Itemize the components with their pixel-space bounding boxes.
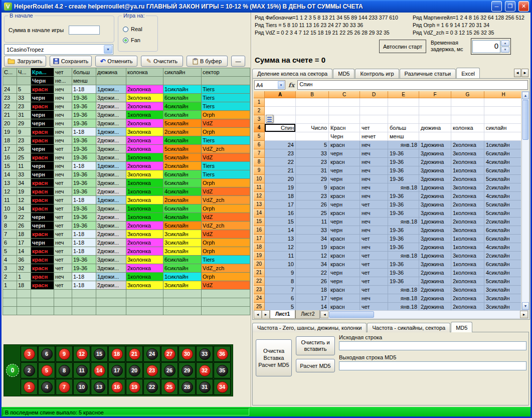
excel-cell[interactable]: [388, 107, 419, 115]
excel-cell[interactable]: 5сиклайн: [484, 209, 521, 218]
excel-cell[interactable]: 19-36: [388, 192, 419, 200]
excel-cell[interactable]: 6сиклайн: [484, 226, 521, 235]
excel-row-header[interactable]: 17: [254, 235, 265, 243]
excel-cell[interactable]: красн: [329, 183, 360, 192]
excel-cell[interactable]: 17: [296, 294, 329, 303]
excel-column-header[interactable]: F: [419, 91, 451, 98]
save-button[interactable]: Сохранить: [50, 56, 92, 67]
excel-column-header[interactable]: D: [360, 91, 388, 98]
excel-row-header[interactable]: 6: [254, 141, 265, 149]
excel-cell[interactable]: неч: [360, 294, 388, 303]
excel-cell[interactable]: [265, 107, 296, 115]
excel-cell[interactable]: 2дюжина: [419, 158, 451, 166]
board-number-cell[interactable]: 4: [38, 379, 55, 395]
excel-cell[interactable]: [265, 132, 296, 141]
excel-cell[interactable]: 2дюжина: [419, 243, 451, 252]
excel-cell[interactable]: 34: [296, 235, 329, 243]
excel-cell[interactable]: 19: [265, 183, 296, 192]
board-number-cell[interactable]: 13: [91, 379, 108, 395]
excel-cell[interactable]: Число: [296, 124, 329, 132]
board-number-cell[interactable]: 12: [73, 346, 90, 362]
namebox-dropdown-icon[interactable]: ▼: [278, 81, 284, 89]
excel-cell[interactable]: черн: [329, 175, 360, 183]
excel-cell[interactable]: 3дюжина: [419, 260, 451, 269]
excel-cell[interactable]: неч: [360, 141, 388, 149]
excel-cell[interactable]: 3дюжина: [419, 226, 451, 235]
excel-cell[interactable]: неч: [360, 209, 388, 218]
excel-cell[interactable]: красн: [329, 260, 360, 269]
excel-cell[interactable]: неч: [360, 175, 388, 183]
board-number-cell[interactable]: 3: [21, 346, 38, 362]
excel-cell[interactable]: чет: [360, 260, 388, 269]
excel-cell[interactable]: 2дюжина: [419, 192, 451, 200]
excel-cell[interactable]: чет: [360, 200, 388, 209]
excel-cell[interactable]: 16: [265, 209, 296, 218]
excel-cell[interactable]: 5сиклайн: [484, 277, 521, 286]
excel-cell[interactable]: 3сиклайн: [484, 286, 521, 294]
excel-column-header[interactable]: E: [388, 91, 419, 98]
excel-cell[interactable]: 19-36: [388, 269, 419, 277]
excel-cell[interactable]: 19-36: [388, 277, 419, 286]
casino-select[interactable]: 1CasinoTropez ▼: [4, 44, 113, 55]
excel-cell[interactable]: [419, 115, 451, 124]
excel-cell[interactable]: черн: [329, 200, 360, 209]
excel-cell[interactable]: 6сиклайн: [484, 166, 521, 175]
bottom-tab-2[interactable]: MD5: [451, 322, 472, 332]
sheet-tab-2[interactable]: Лист2: [295, 310, 320, 319]
excel-cell[interactable]: 2колонка: [451, 192, 484, 200]
excel-row-header[interactable]: 4: [254, 124, 265, 132]
hscroll-right-icon[interactable]: ►: [520, 311, 528, 318]
excel-cell[interactable]: 3дюжина: [419, 166, 451, 175]
excel-cell[interactable]: 4сиклайн: [484, 243, 521, 252]
maximize-button[interactable]: ❐: [505, 1, 515, 12]
spinner-up-icon[interactable]: ▲: [501, 40, 509, 46]
excel-cell[interactable]: 1колонка: [451, 260, 484, 269]
excel-cell[interactable]: 3сиклайн: [484, 303, 521, 310]
horizontal-scroll-thumb[interactable]: [329, 311, 374, 318]
board-number-cell[interactable]: 23: [143, 362, 160, 378]
excel-cell[interactable]: [451, 107, 484, 115]
vertical-scroll-thumb[interactable]: [522, 100, 528, 140]
excel-cell[interactable]: черн: [329, 269, 360, 277]
excel-cell[interactable]: [388, 115, 419, 124]
excel-cell[interactable]: 31: [296, 166, 329, 175]
excel-cell[interactable]: 33: [296, 149, 329, 158]
excel-cell[interactable]: чет: [360, 252, 388, 260]
minimize-button[interactable]: ─: [491, 1, 502, 12]
excel-cell[interactable]: 2колонка: [451, 141, 484, 149]
excel-row-header[interactable]: 5: [254, 132, 265, 141]
board-number-cell[interactable]: 31: [196, 379, 213, 395]
board-number-cell[interactable]: 34: [214, 379, 231, 395]
excel-cell[interactable]: черн: [329, 277, 360, 286]
excel-cell[interactable]: 22: [296, 269, 329, 277]
excel-cell[interactable]: нечет: [360, 132, 388, 141]
excel-cell[interactable]: [419, 132, 451, 141]
excel-cell[interactable]: 3колонка: [451, 226, 484, 235]
top-tab-2[interactable]: Контроль игр: [355, 69, 399, 78]
excel-cell[interactable]: Красн: [329, 124, 360, 132]
excel-cell[interactable]: 19-36: [388, 226, 419, 235]
excel-row-header[interactable]: 21: [254, 269, 265, 277]
excel-cell[interactable]: 11: [265, 252, 296, 260]
excel-row-header[interactable]: 18: [254, 243, 265, 252]
close-button[interactable]: ✕: [518, 1, 529, 12]
bottom-tab-0[interactable]: Частота - Zero, шансы, дюжины, колонки: [252, 323, 367, 332]
excel-cell[interactable]: янв.18: [388, 141, 419, 149]
excel-column-header[interactable]: H: [484, 91, 521, 98]
board-number-cell[interactable]: 28: [179, 379, 196, 395]
excel-cell[interactable]: 1колонка: [451, 166, 484, 175]
top-tab-0[interactable]: Деление колеса на сектора: [252, 69, 332, 78]
fx-icon[interactable]: fx: [287, 82, 296, 89]
scroll-up-icon[interactable]: ▲: [522, 92, 529, 99]
excel-cell[interactable]: 4сиклайн: [484, 192, 521, 200]
excel-cell[interactable]: 19-36: [388, 166, 419, 175]
excel-cell[interactable]: неч: [360, 218, 388, 226]
excel-row-header[interactable]: 11: [254, 183, 265, 192]
excel-cell[interactable]: 8: [265, 277, 296, 286]
board-number-cell[interactable]: 18: [108, 346, 125, 362]
vertical-scrollbar[interactable]: ▲ ▼: [521, 91, 529, 310]
board-number-cell[interactable]: 11: [73, 362, 90, 378]
radio-fan[interactable]: Fan: [123, 37, 140, 43]
excel-cell[interactable]: 19-36: [388, 260, 419, 269]
excel-cell[interactable]: чет: [360, 286, 388, 294]
